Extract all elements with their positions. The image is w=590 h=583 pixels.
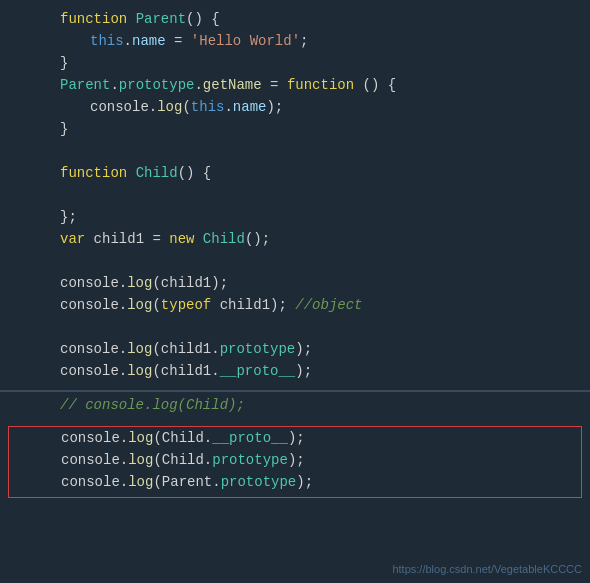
code-line: console . log (child1. __proto__ ); — [0, 362, 590, 384]
code-line: console . log (Parent. prototype ); — [9, 473, 581, 495]
code-line: this . name = 'Hello World' ; — [0, 32, 590, 54]
spacer — [0, 418, 590, 422]
code-line: var child1 = new Child (); — [0, 230, 590, 252]
code-line: // console.log(Child); — [0, 396, 590, 418]
code-line: console . log (child1); — [0, 274, 590, 296]
highlighted-code-block: console . log (Child. __proto__ ); conso… — [8, 426, 582, 498]
code-line — [0, 186, 590, 208]
code-line: console . log (Child. __proto__ ); — [9, 429, 581, 451]
code-line: console . log ( typeof child1); //object — [0, 296, 590, 318]
code-line: function Parent () { — [0, 10, 590, 32]
code-line: Parent . prototype . getName = function … — [0, 76, 590, 98]
code-line: console . log (Child. prototype ); — [9, 451, 581, 473]
code-line: }; — [0, 208, 590, 230]
code-line — [0, 142, 590, 164]
code-line — [0, 252, 590, 274]
code-line: function Child () { — [0, 164, 590, 186]
divider — [0, 390, 590, 392]
code-editor: function Parent () { this . name = 'Hell… — [0, 0, 590, 583]
code-line: console . log (child1. prototype ); — [0, 340, 590, 362]
code-line: console . log ( this . name ); — [0, 98, 590, 120]
code-line — [0, 318, 590, 340]
watermark: https://blog.csdn.net/VegetableKCCCC — [392, 563, 582, 575]
code-line: } — [0, 120, 590, 142]
keyword: function — [60, 11, 127, 27]
code-line: } — [0, 54, 590, 76]
